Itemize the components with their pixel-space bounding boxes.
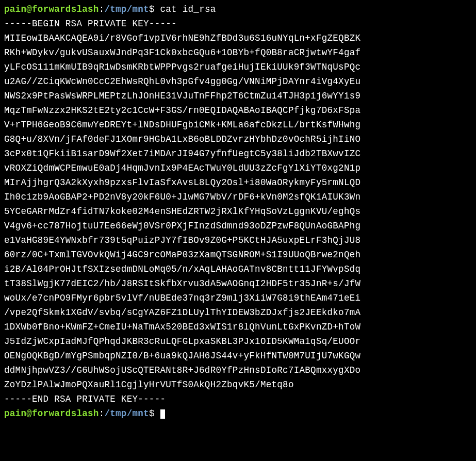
key-line: yLFcOS111mKmUIB9qR1wDsmKRbtWPPPvgs2ruafg… bbox=[4, 60, 472, 74]
prompt-host: forwardslash bbox=[32, 4, 99, 14]
key-line: i2B/Al04PrOHJtfSXIzsedmDNLoMq05/n/xAqLAH… bbox=[4, 262, 472, 276]
key-line: MIrAjjhgrQ3A2kXyxh9pzxsFlvIaSfxAvsL8LQy2… bbox=[4, 175, 472, 190]
key-line: 3cPx0t1QFkiiB1sarD9Wf2Xet7iMDArJI94G7yfn… bbox=[4, 146, 472, 161]
prompt-path: /tmp/mnt bbox=[104, 408, 149, 419]
prompt-colon: : bbox=[99, 408, 105, 419]
prompt-line-1: pain@forwardslash:/tmp/mnt$ cat id_rsa bbox=[4, 2, 472, 17]
prompt-host: forwardslash bbox=[32, 408, 99, 419]
key-line: vROXZiQdmWCPEmwuE0aDj4HqmJvnIx9P4EAcTWuY… bbox=[4, 161, 472, 175]
key-line: 5YCeGARrMdZr4fidTN7koke02M4enSHEdZRTW2jR… bbox=[4, 204, 472, 219]
cursor-icon bbox=[160, 409, 165, 419]
key-line: /vpe2QfSkmk1XGdV/svbq/sCgYAZ6FZ1DLUylThY… bbox=[4, 305, 472, 320]
prompt-dollar: $ bbox=[149, 4, 155, 14]
key-line: e1VaHG89E4YWNxbfr739t5qPuizPJY7fIBOv9Z0G… bbox=[4, 233, 472, 248]
prompt-line-2[interactable]: pain@forwardslash:/tmp/mnt$ bbox=[4, 406, 472, 421]
key-line: G8Q+u/8XVn/jFAf0deFJ1XOmr9HGbA1LxB6oBLDD… bbox=[4, 132, 472, 146]
key-line: ZoYDzlPAlwJmoPQXauRl1CgjlyHrVUTfS0AkQH2Z… bbox=[4, 377, 472, 392]
prompt-at: @ bbox=[26, 408, 32, 419]
output-begin-marker: -----BEGIN RSA PRIVATE KEY----- bbox=[4, 17, 472, 31]
key-line: 60rz/0C+TxmlTGVOvkQWij4GC9rcOMaP03zXamQT… bbox=[4, 248, 472, 262]
key-line: NWS2x9PtPasWsWRPLMEPtzLhJOnHE3iVJuTnFFhp… bbox=[4, 89, 472, 103]
prompt-user: pain bbox=[4, 4, 26, 14]
key-body: MIIEowIBAAKCAQEA9i/r8VGof1vpIV6rhNE9hZfB… bbox=[4, 31, 472, 392]
key-line: 1DXWb0fBno+KWmFZ+CmeIU+NaTmAx520BEd3xWIS… bbox=[4, 320, 472, 334]
prompt-dollar: $ bbox=[149, 408, 155, 419]
key-line: OENgOQKBgD/mYgPSmbqpNZI0/B+6ua9kQJAH6JS4… bbox=[4, 349, 472, 363]
key-line: Ih0cizb9AoGBAP2+PD2nV8y20kF6U0+JlwMG7WbV… bbox=[4, 190, 472, 204]
key-line: tT38SlWgjK77dEIC2/hb/J8RSItSkfbXrvu3dA5w… bbox=[4, 276, 472, 291]
key-line: MqzTmFwNzzx2HKS2tE2ty2c1CcW+F3GS/rn0EQID… bbox=[4, 103, 472, 118]
key-line: J5IdZjWCxpIadMJfQPhqdJKBR3cRuLQFGLpxaSKB… bbox=[4, 334, 472, 349]
key-line: woUx/e7cnPO9FMyr6pbr5vlVf/nUBEde37nq3rZ9… bbox=[4, 291, 472, 305]
prompt-user: pain bbox=[4, 408, 26, 419]
prompt-at: @ bbox=[26, 4, 32, 14]
prompt-path: /tmp/mnt bbox=[104, 4, 149, 14]
key-line: ddMNjhpwVZ3//G6UhWSojUScQTERANt8R+J6dR0Y… bbox=[4, 363, 472, 377]
prompt-colon: : bbox=[99, 4, 105, 14]
key-line: RKh+WDykv/gukvUSauxWJndPq3F1Ck0xbcGQu6+1… bbox=[4, 45, 472, 60]
key-line: u2AG//ZCiqKWcWn0CcC2EhWsRQhL0vh3pGfv4gg0… bbox=[4, 74, 472, 89]
command-text: cat id_rsa bbox=[160, 4, 216, 14]
key-line: V4gv6+cc787HojtuU7Ee66eWj0VSr0PXjFInzdSd… bbox=[4, 219, 472, 233]
key-line: V+rTPH6GeoB9C6mwYeDREYt+lNDsDHUFgbiCMk+K… bbox=[4, 118, 472, 132]
key-line: MIIEowIBAAKCAQEA9i/r8VGof1vpIV6rhNE9hZfB… bbox=[4, 31, 472, 45]
output-end-marker: -----END RSA PRIVATE KEY----- bbox=[4, 392, 472, 406]
